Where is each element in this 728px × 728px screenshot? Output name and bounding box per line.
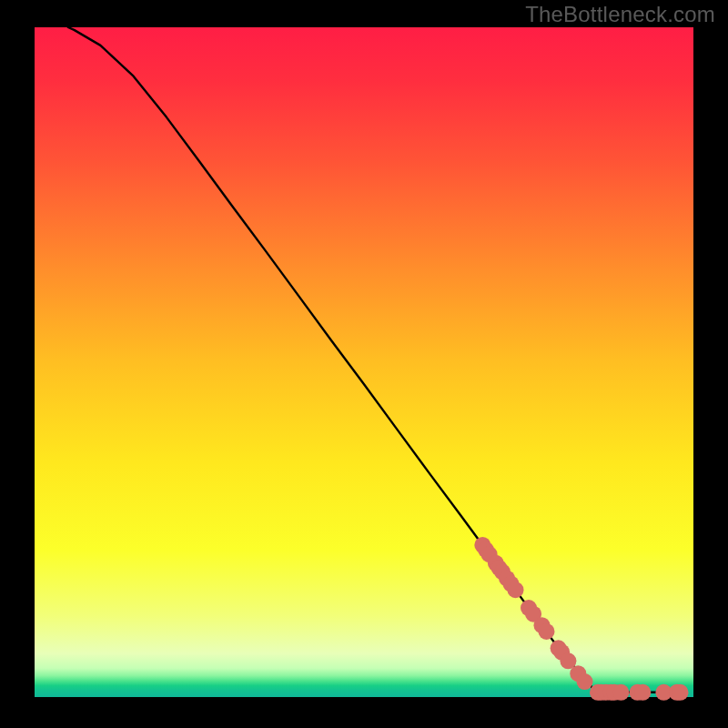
- highlight-dot: [508, 581, 524, 598]
- chart-canvas: [0, 0, 728, 728]
- plot-background: [35, 27, 693, 697]
- highlight-dot: [672, 684, 689, 701]
- highlight-dot: [539, 623, 555, 640]
- highlight-dot: [612, 684, 629, 701]
- chart-frame: TheBottleneck.com: [0, 0, 728, 728]
- watermark-label: TheBottleneck.com: [525, 2, 715, 27]
- highlight-dot: [634, 684, 651, 701]
- highlight-dot: [577, 673, 593, 690]
